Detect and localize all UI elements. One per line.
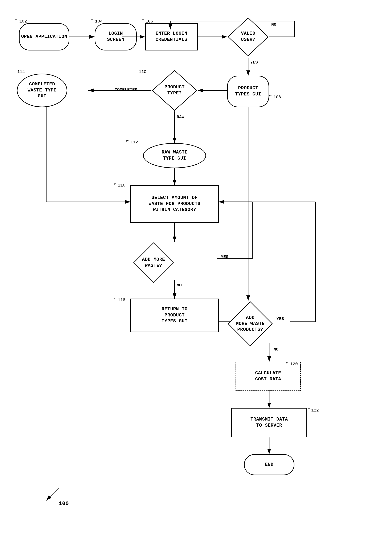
node-122-label: 122: [311, 408, 319, 413]
node-112-arrow: ⌐: [126, 138, 129, 143]
transmit-data-label: TRANSMIT DATATO SERVER: [250, 416, 288, 428]
ref-arrow: [42, 483, 67, 505]
flowchart-diagram: OPEN APPLICATION 102 ⌐ LOGINSCREEN 104 ⌐…: [0, 0, 392, 545]
node-106-label: 106: [146, 19, 153, 24]
svg-line-33: [46, 488, 59, 500]
product-type-diamond: PRODUCTTYPE?: [151, 69, 198, 111]
add-more-waste-diamond: ADD MOREWASTE?: [132, 242, 174, 284]
calculate-cost-label: CALCULATECOST DATA: [255, 370, 281, 382]
no-more-products-label: NO: [274, 347, 278, 352]
end-node: END: [244, 454, 294, 475]
calculate-cost-node: CALCULATECOST DATA: [236, 362, 301, 391]
raw-waste-gui-label: RAW WASTETYPE GUI: [162, 149, 187, 161]
no-label-valid-user: NO: [271, 22, 276, 27]
node-106-arrow: ⌐: [142, 18, 144, 22]
node-116-arrow: ⌐: [114, 181, 117, 186]
node-108-arrow: ⌐: [269, 93, 272, 98]
yes-label-valid-user: YES: [250, 60, 258, 65]
completed-label: COMPLETED: [115, 87, 137, 92]
node-114-label: 114: [17, 69, 25, 74]
node-110-label: 110: [139, 69, 146, 74]
return-product-types-node: RETURN TOPRODUCTTYPES GUI: [130, 298, 219, 332]
node-104-label: 104: [95, 19, 103, 24]
product-types-gui-node: PRODUCTTYPES GUI: [227, 76, 269, 107]
node-122-arrow: ⌐: [307, 406, 310, 411]
node-116-label: 116: [118, 183, 125, 188]
add-more-waste-label: ADD MOREWASTE?: [142, 257, 165, 269]
node-102-arrow: ⌐: [15, 18, 17, 22]
node-108-label: 108: [274, 95, 281, 99]
node-114-arrow: ⌐: [12, 68, 15, 73]
open-application-label: OPEN APPLICATION: [21, 34, 67, 40]
add-more-products-label: ADDMORE WASTEPRODUCTS?: [236, 315, 265, 333]
raw-waste-gui-node: RAW WASTETYPE GUI: [143, 143, 206, 168]
end-label: END: [265, 462, 274, 468]
valid-user-diamond: VALIDUSER?: [227, 17, 269, 57]
open-application-node: OPEN APPLICATION: [19, 23, 69, 50]
node-104-arrow: ⌐: [90, 18, 93, 22]
node-118-arrow: ⌐: [114, 296, 117, 301]
select-amount-node: SELECT AMOUNT OFWASTE FOR PRODUCTSWITHIN…: [130, 185, 219, 223]
product-types-gui-label: PRODUCTTYPES GUI: [235, 85, 261, 97]
node-112-label: 112: [130, 140, 138, 145]
login-screen-node: LOGINSCREEN: [95, 23, 137, 50]
add-more-products-diamond: ADDMORE WASTEPRODUCTS?: [227, 301, 274, 347]
enter-login-node: ENTER LOGINCREDENTIALS: [145, 23, 198, 50]
completed-waste-gui-label: COMPLETEDWASTE TYPEGUI: [28, 81, 56, 99]
node-118-label: 118: [118, 297, 125, 302]
completed-waste-gui-node: COMPLETEDWASTE TYPEGUI: [17, 74, 67, 107]
node-102-label: 102: [19, 19, 27, 24]
return-product-types-label: RETURN TOPRODUCTTYPES GUI: [162, 306, 187, 324]
node-110-arrow: ⌐: [135, 68, 137, 73]
raw-label: RAW: [177, 115, 184, 119]
enter-login-label: ENTER LOGINCREDENTIALS: [156, 31, 187, 43]
login-screen-label: LOGINSCREEN: [107, 31, 124, 43]
yes-more-waste-label: YES: [221, 254, 228, 259]
yes-more-products-label: YES: [277, 316, 284, 321]
transmit-data-node: TRANSMIT DATATO SERVER: [231, 408, 307, 437]
select-amount-label: SELECT AMOUNT OFWASTE FOR PRODUCTSWITHIN…: [149, 195, 201, 213]
no-more-waste-label: NO: [177, 283, 182, 288]
valid-user-label: VALIDUSER?: [241, 31, 255, 43]
product-type-label: PRODUCTTYPE?: [164, 84, 185, 96]
